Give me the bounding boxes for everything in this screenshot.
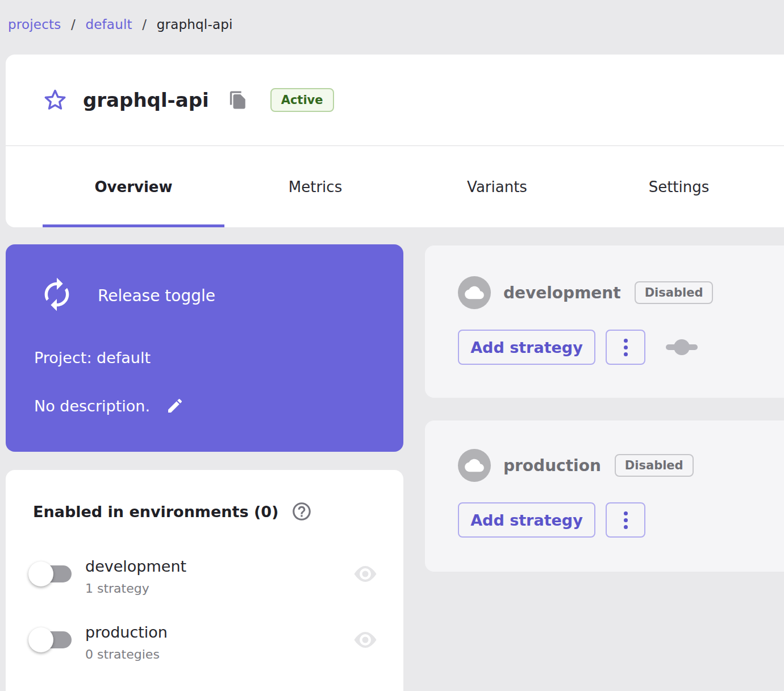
toggle-description: No description.	[34, 397, 150, 415]
status-badge: Active	[270, 88, 334, 112]
tab-variants[interactable]: Variants	[406, 178, 588, 195]
feature-header-card: graphql-api Active Overview Metrics Vari…	[6, 55, 784, 227]
enabled-environments-panel: Enabled in environments (0) development …	[6, 470, 403, 691]
visibility-eye-icon[interactable]	[352, 631, 378, 648]
feature-toggle-page: projects / default / graphql-api graphql…	[0, 0, 784, 691]
environment-status-badge: Disabled	[635, 281, 714, 304]
tab-bar: Overview Metrics Variants Settings	[6, 146, 784, 227]
enabled-environments-title: Enabled in environments (0)	[33, 503, 278, 521]
page-title: graphql-api	[83, 89, 209, 111]
kebab-icon	[624, 511, 628, 515]
production-toggle-switch[interactable]	[28, 627, 73, 653]
breadcrumb-separator: /	[71, 17, 76, 32]
visibility-eye-icon[interactable]	[352, 565, 378, 582]
breadcrumb-link-default[interactable]: default	[85, 17, 132, 32]
environment-status-badge: Disabled	[615, 454, 694, 477]
release-toggle-icon	[39, 276, 75, 315]
tab-settings[interactable]: Settings	[588, 178, 770, 195]
tab-overview[interactable]: Overview	[43, 178, 224, 195]
environment-card-production: production Disabled Add strategy	[425, 421, 784, 572]
breadcrumb: projects / default / graphql-api	[8, 17, 233, 32]
active-tab-indicator	[43, 224, 224, 227]
toggle-project-label: Project: default	[34, 349, 151, 367]
feature-overview-card: Release toggle Project: default No descr…	[6, 244, 403, 452]
more-actions-button[interactable]	[606, 330, 645, 365]
kebab-icon	[624, 339, 628, 343]
strategy-count: 0 strategies	[85, 647, 160, 661]
breadcrumb-separator: /	[142, 17, 147, 32]
environment-card-name: development	[503, 284, 621, 302]
strategy-count: 1 strategy	[85, 581, 149, 596]
cloud-icon	[458, 449, 491, 482]
help-icon[interactable]	[291, 501, 312, 522]
environment-name: development	[85, 557, 186, 575]
copy-name-icon[interactable]	[228, 90, 248, 110]
environment-card-name: production	[503, 456, 601, 475]
breadcrumb-link-projects[interactable]: projects	[8, 17, 61, 32]
feature-title-row: graphql-api Active	[6, 55, 784, 145]
environment-card-development: development Disabled Add strategy	[425, 245, 784, 398]
favorite-star-icon[interactable]	[42, 87, 68, 113]
environment-toggle-icon[interactable]	[666, 338, 698, 357]
cloud-icon	[458, 276, 491, 309]
tab-metrics[interactable]: Metrics	[224, 178, 406, 195]
toggle-type-label: Release toggle	[98, 286, 215, 305]
environment-row-production: production 0 strategies	[28, 619, 386, 671]
environment-row-development: development 1 strategy	[28, 553, 386, 605]
add-strategy-button[interactable]: Add strategy	[458, 330, 595, 365]
breadcrumb-current: graphql-api	[157, 17, 233, 32]
more-actions-button[interactable]	[606, 502, 645, 538]
edit-description-icon[interactable]	[166, 397, 184, 415]
development-toggle-switch[interactable]	[28, 561, 73, 587]
add-strategy-button[interactable]: Add strategy	[458, 502, 595, 538]
environment-name: production	[85, 623, 168, 641]
